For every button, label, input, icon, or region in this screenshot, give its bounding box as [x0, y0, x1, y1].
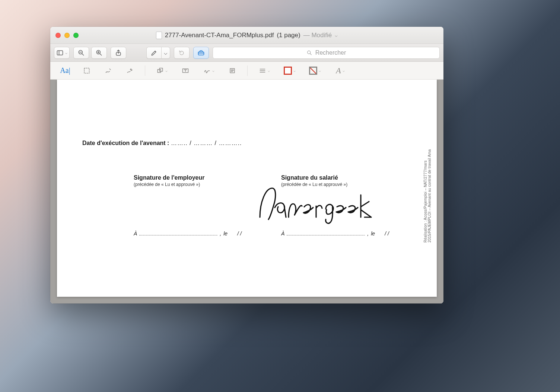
svg-rect-0 — [57, 51, 63, 55]
chevron-down-icon: ⌵ — [343, 68, 345, 73]
preview-window: 2777-Avenant-CT-Ama_FORMplus.pdf (1 page… — [50, 27, 443, 303]
note-icon — [229, 67, 236, 74]
date-slashes: / / — [385, 231, 389, 237]
chevron-down-icon: ⌵ — [164, 49, 168, 56]
svg-rect-10 — [198, 52, 204, 55]
rotate-button[interactable] — [174, 47, 190, 59]
chevron-down-icon: ⌵ — [212, 68, 214, 73]
execution-date-line: Date d'exécution de l'avenant : …….. / …… — [82, 140, 242, 147]
window-title: 2777-Avenant-CT-Ama_FORMplus.pdf (1 page… — [50, 27, 443, 44]
date-prefix: le — [223, 231, 228, 237]
date-dots: …….. / ……… / ……….. — [171, 140, 242, 146]
svg-rect-14 — [84, 68, 89, 73]
marquee-icon — [83, 67, 90, 74]
text-selection-tool[interactable]: Aa| — [55, 64, 75, 77]
title-filename: 2777-Avenant-CT-Ama_FORMplus.pdf — [165, 32, 274, 39]
title-pageinfo: (1 page) — [277, 32, 300, 39]
line-weight-tool[interactable]: ⌵ — [253, 64, 276, 77]
date-slashes: / / — [237, 231, 242, 237]
text-style-tool[interactable]: A ⌵ — [329, 64, 352, 77]
draw-tool[interactable] — [120, 64, 140, 77]
search-placeholder: Rechercher — [315, 49, 346, 56]
sketch-tool[interactable] — [99, 64, 118, 77]
employer-place-line: À , le / / — [134, 231, 242, 237]
zoom-in-button[interactable] — [91, 47, 107, 59]
markup-toolbar: Aa| ⌵ ⌵ — [50, 62, 443, 80]
employee-place-line: À , le / / — [281, 231, 389, 237]
zoom-out-icon — [77, 49, 85, 57]
minimize-button[interactable] — [64, 33, 70, 38]
search-field[interactable]: Rechercher — [213, 47, 440, 59]
svg-point-12 — [307, 51, 310, 54]
toolbox-icon — [197, 49, 205, 57]
svg-rect-15 — [158, 69, 160, 72]
rotate-icon — [178, 49, 185, 57]
highlight-menu-button[interactable]: ⌵ — [161, 47, 170, 59]
signature-annotation[interactable] — [254, 184, 373, 225]
place-prefix: À — [134, 231, 137, 237]
rectangular-selection-tool[interactable] — [77, 64, 96, 77]
fill-color-tool[interactable]: ⌵ — [303, 64, 327, 77]
zoom-out-button[interactable] — [73, 47, 89, 59]
share-button[interactable] — [111, 47, 126, 59]
sidebar-icon — [56, 49, 64, 57]
employer-sig-sub: (précédée de « Lu et approuvé ») — [134, 182, 260, 187]
svg-line-3 — [82, 54, 84, 55]
border-color-tool[interactable]: ⌵ — [278, 64, 301, 77]
textbox-icon — [182, 67, 189, 74]
signature-icon — [203, 67, 211, 74]
title-modified: — Modifié — [303, 32, 332, 39]
date-label: Date d'exécution de l'avenant : — [82, 140, 169, 146]
separator — [145, 65, 145, 76]
chevron-down-icon: ⌵ — [319, 68, 321, 73]
highlighter-icon — [150, 49, 158, 57]
place-dotline — [139, 231, 217, 235]
close-button[interactable] — [55, 33, 61, 38]
draw-icon — [126, 67, 134, 74]
line-weight-icon — [259, 67, 266, 74]
date-prefix: le — [371, 231, 375, 237]
desktop-background: 2777-Avenant-CT-Ama_FORMplus.pdf (1 page… — [0, 0, 560, 392]
fill-color-swatch — [309, 67, 317, 75]
window-titlebar: 2777-Avenant-CT-Ama_FORMplus.pdf (1 page… — [50, 27, 443, 44]
text-style-icon: A — [336, 66, 341, 75]
textbox-tool[interactable] — [176, 64, 195, 77]
svg-line-6 — [100, 54, 102, 55]
text-cursor-icon: Aa| — [60, 66, 70, 75]
svg-line-13 — [310, 54, 311, 55]
highlight-split-button[interactable]: ⌵ — [146, 47, 170, 59]
chevron-down-icon: ⌵ — [268, 68, 270, 73]
title-dropdown-icon[interactable]: ⌵ — [335, 32, 338, 38]
chevron-down-icon: ⌵ — [293, 68, 296, 73]
sidebar-toggle-button[interactable] — [54, 47, 70, 59]
document-icon — [156, 32, 162, 39]
shapes-icon — [156, 67, 164, 74]
place-dotline — [287, 231, 365, 235]
share-icon — [115, 49, 122, 57]
employer-signature-block: Signature de l'employeur (précédée de « … — [134, 174, 260, 187]
employee-sig-title: Signature du salarié — [281, 174, 408, 181]
search-icon — [306, 50, 312, 56]
highlight-button[interactable] — [146, 47, 161, 59]
main-toolbar: ⌵ Rechercher — [50, 44, 443, 62]
note-tool[interactable] — [223, 64, 242, 77]
chevron-down-icon: ⌵ — [165, 68, 168, 73]
document-viewport[interactable]: Date d'exécution de l'avenant : …….. / …… — [50, 80, 443, 303]
border-color-swatch — [284, 67, 292, 75]
sketch-icon — [105, 67, 112, 74]
employer-sig-title: Signature de l'employeur — [134, 174, 260, 181]
place-prefix: À — [281, 231, 284, 237]
sign-tool[interactable]: ⌵ — [197, 64, 220, 77]
traffic-lights — [55, 33, 79, 38]
pdf-page[interactable]: Date d'exécution de l'avenant : …….. / …… — [57, 80, 437, 297]
markup-toolbar-button[interactable] — [193, 47, 209, 59]
side-credits: Réalisation : Acoss/Pajemploi – NAT/2777… — [423, 134, 432, 242]
zoom-button[interactable] — [73, 33, 79, 38]
shapes-tool[interactable]: ⌵ — [150, 64, 174, 77]
svg-rect-16 — [159, 68, 162, 71]
separator — [247, 65, 248, 76]
zoom-in-icon — [95, 49, 103, 57]
